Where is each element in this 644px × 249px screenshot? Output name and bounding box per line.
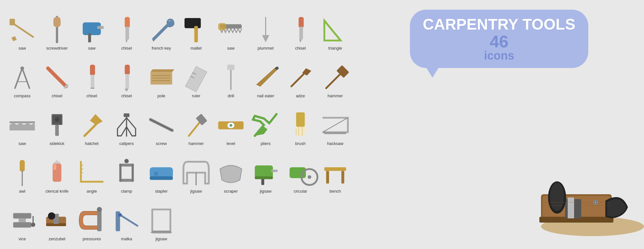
tool-label-hammer: hammer [327,94,343,98]
tool-icon-chisel1 [112,15,141,44]
tool-label-mallet: mallet [191,46,202,51]
tool-icon-jigsaw2 [251,158,280,187]
svg-line-68 [323,118,348,132]
tool-icon-hatchet [77,110,106,139]
tool-label-chisel2: chisel [295,46,306,51]
tool-icon-adze [286,63,315,92]
tool-icon-hammer2 [182,110,211,139]
tool-cell-clerical_knife: clerical knife [40,148,74,196]
tool-cell-jigsaw2: jigsaw [248,148,283,196]
speech-bubble: CARPENTRY TOOLS 46 icons [410,10,588,68]
svg-line-53 [85,123,97,136]
tool-icon-chisel3 [43,63,71,92]
tool-icon-saw2 [77,15,106,44]
tool-cell-sidekick: sidekick [40,100,74,148]
tool-label-awl: awl [19,189,25,194]
svg-rect-121 [568,197,574,218]
tool-label-clerical_knife: clerical knife [45,189,69,194]
tool-label-compass: compass [14,94,31,98]
tool-cell-hacksaw: hacksaw [318,100,353,148]
tool-label-angle: angle [87,189,97,194]
tool-cell-drill: drill [213,53,248,100]
tool-icon-stapler [147,158,176,187]
tool-icon-circular [286,158,315,187]
tool-cell-saw1: saw [5,5,40,53]
tool-label-drill: drill [228,94,234,98]
tool-label-screw: screw [156,141,167,146]
svg-rect-1 [10,19,15,25]
tool-cell-saw2: saw [74,5,109,53]
svg-line-27 [48,68,66,86]
tool-icon-plummet [251,15,280,44]
svg-rect-30 [91,75,94,89]
svg-rect-8 [125,17,130,28]
tool-cell-screwdriver: screwdriver [40,5,74,53]
tool-cell-pressures: pressures [74,196,109,243]
tool-cell-chisel5: chisel [109,53,144,100]
svg-point-25 [20,66,24,70]
tool-label-brush: brush [295,141,306,146]
tool-cell-hatchet: hatchet [74,100,109,148]
tool-label-triangle: triangle [328,46,342,51]
svg-rect-18 [298,17,304,28]
svg-rect-6 [88,33,91,42]
svg-rect-52 [55,125,59,136]
svg-rect-90 [255,165,273,178]
bubble-title: CARPENTRY TOOLS [423,16,575,33]
tool-cell-saw3: saw [213,5,248,53]
svg-rect-48 [10,121,35,123]
tool-icon-vice [8,206,37,235]
svg-rect-63 [296,112,305,127]
tool-cell-saw4: saw [5,100,40,148]
tool-cell-level: level [213,100,248,148]
bubble-icons: icons [423,50,575,62]
tool-label-scraper: scraper [224,189,238,194]
svg-point-110 [97,207,102,212]
tool-cell-chisel1: chisel [109,5,144,53]
tool-label-calipers: calipers [119,141,134,146]
tool-icon-pliers [251,110,280,139]
tool-cell-bench: bench [318,148,353,196]
tool-cell-brush: brush [283,100,318,148]
svg-rect-32 [125,64,130,75]
tool-icon-compass [8,63,37,92]
svg-point-108 [48,212,55,220]
svg-marker-17 [262,35,270,43]
tool-cell-hammer2: hammer [179,100,213,148]
svg-line-22 [324,21,341,41]
right-panel: CARPENTRY TOOLS 46 icons [357,3,641,246]
tool-label-zenzubel: zenzubel [49,237,65,241]
tool-cell-jigsaw1: jigsaw [179,148,213,196]
tool-label-jigsaw2: jigsaw [260,189,271,194]
tool-label-saw3: saw [227,46,234,51]
svg-point-51 [55,117,59,122]
tool-icon-chisel4 [77,63,106,92]
tool-label-stapler: stapler [155,189,167,194]
tool-label-jigsaw1: jigsaw [190,189,202,194]
svg-rect-4 [56,39,58,43]
tool-icon-brush [286,110,315,139]
tool-label-jigsaw3: jigsaw [156,237,167,241]
tool-icon-hacksaw [321,110,350,139]
svg-rect-7 [97,26,104,29]
tool-label-chisel4: chisel [86,94,97,98]
svg-point-96 [308,175,311,179]
tool-cell-compass: compass [5,53,40,100]
svg-point-62 [230,124,232,127]
tool-cell-chisel3: chisel [40,53,74,100]
svg-rect-109 [97,209,102,231]
tool-label-malka: malka [121,237,132,241]
bubble-count: 46 [423,33,575,50]
svg-rect-83 [132,164,134,182]
svg-rect-97 [324,167,346,171]
tool-icon-awl [8,158,37,187]
svg-line-24 [22,68,30,88]
tool-label-hatchet: hatchet [85,141,99,146]
tool-cell-scraper: scraper [213,148,248,196]
tool-label-clamp: clamp [121,189,132,194]
svg-rect-82 [119,164,122,182]
tool-label-pressures: pressures [82,237,101,241]
tool-icon-chisel2 [286,15,315,44]
tool-cell-clamp: clamp [109,148,144,196]
tool-icon-clerical_knife [43,158,71,187]
